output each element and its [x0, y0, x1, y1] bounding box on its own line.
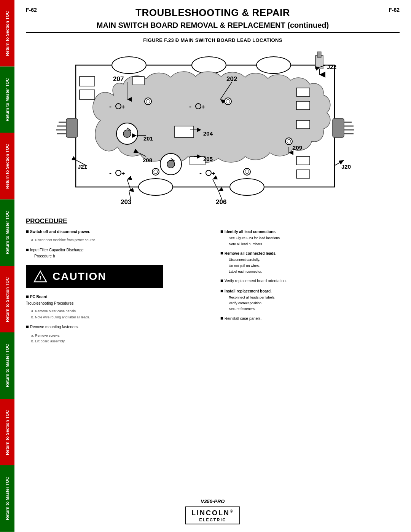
svg-text:-: - — [189, 103, 191, 110]
sidebar-tab-section-toc-1[interactable]: Return to Section TOC — [0, 0, 14, 67]
svg-text:-: - — [109, 103, 112, 110]
page-number-left: F-62 — [26, 7, 37, 13]
proc-step-4: ■ Remove mounting fasteners. — [26, 323, 205, 330]
caution-text: CAUTION — [53, 270, 107, 283]
sidebar-tab-master-toc-1[interactable]: Return to Master TOC — [0, 67, 14, 133]
sidebar-tab-master-toc-4[interactable]: Return to Master TOC — [0, 465, 14, 532]
procedure-title: PROCEDURE — [26, 217, 400, 225]
svg-point-26 — [226, 99, 230, 103]
sidebar-tab-section-toc-4[interactable]: Return to Section TOC — [0, 399, 14, 466]
section-title: MAIN SWITCH BOARD REMOVAL & REPLACEMENT … — [26, 21, 400, 33]
caution-box: ! CAUTION — [26, 265, 163, 288]
lincoln-name: LINCOLN® — [191, 509, 234, 517]
sidebar: Return to Section TOC Return to Master T… — [0, 0, 14, 532]
svg-point-19 — [167, 160, 175, 168]
lincoln-logo: LINCOLN® ELECTRIC — [185, 506, 240, 524]
label-j20: J20 — [341, 163, 351, 170]
svg-rect-12 — [80, 77, 95, 86]
svg-rect-13 — [80, 90, 95, 99]
lincoln-electric: ELECTRIC — [199, 518, 226, 522]
svg-text:-: - — [199, 169, 202, 177]
label-207: 207 — [113, 75, 124, 83]
sidebar-tab-master-toc-2[interactable]: Return to Master TOC — [0, 200, 14, 266]
svg-point-24 — [146, 99, 150, 103]
svg-rect-55 — [317, 52, 321, 58]
diagram-svg: - + - + — [45, 46, 380, 210]
sidebar-tab-section-toc-3[interactable]: Return to Section TOC — [0, 266, 14, 333]
svg-point-32 — [245, 170, 249, 174]
footer: V350-PRO LINCOLN® ELECTRIC — [14, 498, 411, 524]
page-number-right: F-62 — [389, 7, 400, 13]
label-204: 204 — [203, 130, 213, 137]
svg-point-2 — [192, 57, 226, 73]
svg-text:!: ! — [39, 275, 41, 281]
proc-step-2: ■ Input Filter Capacitor Discharge Proce… — [26, 246, 205, 259]
sidebar-tab-master-toc-3[interactable]: Return to Master TOC — [0, 332, 14, 399]
svg-text:+: + — [201, 104, 205, 110]
sidebar-tab-section-toc-2[interactable]: Return to Section TOC — [0, 133, 14, 200]
svg-rect-14 — [133, 77, 144, 85]
label-201: 201 — [143, 135, 153, 142]
label-j22: J22 — [327, 64, 336, 70]
svg-point-16 — [123, 130, 131, 137]
proc-right-step-1: ■ Identify all lead connections. See Fig… — [220, 228, 400, 247]
svg-point-30 — [154, 170, 158, 174]
label-209: 209 — [293, 144, 302, 151]
proc-step-3a: a. Remove outer case panels. — [26, 309, 205, 314]
proc-right-step-4: ■ Install replacement board. Reconnect a… — [220, 288, 400, 312]
label-206: 206 — [216, 198, 226, 206]
svg-text:+: + — [121, 170, 125, 177]
proc-step-3: ■ PC Board Troubleshooting Procedures — [26, 293, 205, 306]
main-title: TROUBLESHOOTING & REPAIR — [37, 7, 389, 19]
model-text: V350-PRO — [201, 498, 225, 504]
proc-step-1a: a. Disconnect machine from power source. — [26, 238, 205, 243]
svg-rect-21 — [175, 126, 194, 137]
label-203: 203 — [121, 198, 131, 206]
label-208: 208 — [143, 157, 152, 163]
procedure-section: PROCEDURE ■ Switch off and disconnect po… — [26, 217, 400, 345]
svg-point-4 — [139, 179, 173, 195]
caution-triangle-icon: ! — [33, 270, 47, 283]
svg-rect-40 — [296, 101, 310, 110]
label-202: 202 — [226, 75, 237, 83]
svg-point-3 — [256, 57, 291, 73]
proc-right-step-5: ■ Reinstall case panels. — [220, 315, 400, 322]
svg-rect-39 — [296, 88, 310, 96]
proc-right-step-2: ■ Remove all connected leads. Disconnect… — [220, 250, 400, 274]
svg-text:+: + — [212, 170, 215, 177]
diagram-container: - + - + — [45, 46, 380, 210]
svg-text:+: + — [121, 104, 125, 110]
svg-rect-49 — [333, 118, 344, 137]
svg-point-28 — [287, 139, 291, 143]
procedure-right: ■ Identify all lead connections. See Fig… — [220, 228, 400, 345]
proc-step-4b: b. Lift board assembly. — [26, 339, 205, 344]
procedure-left: ■ Switch off and disconnect power. a. Di… — [26, 228, 205, 345]
proc-step-3b: b. Note wire routing and label all leads… — [26, 315, 205, 320]
proc-step-4a: a. Remove screws. — [26, 334, 205, 338]
svg-rect-44 — [66, 118, 78, 137]
svg-rect-41 — [296, 120, 310, 129]
main-content: F-62 TROUBLESHOOTING & REPAIR F-62 MAIN … — [14, 0, 411, 532]
proc-step-1: ■ Switch off and disconnect power. — [26, 228, 205, 235]
svg-text:-: - — [109, 169, 112, 177]
page-header: F-62 TROUBLESHOOTING & REPAIR F-62 — [26, 7, 400, 19]
figure-caption: FIGURE F.23 Ð MAIN SWITCH BOARD LEAD LOC… — [26, 37, 400, 43]
label-j21: J21 — [78, 163, 87, 170]
label-205: 205 — [203, 156, 213, 162]
svg-point-5 — [230, 179, 264, 195]
svg-point-1 — [112, 57, 146, 73]
svg-rect-22 — [190, 157, 205, 165]
svg-rect-42 — [296, 157, 310, 165]
svg-rect-43 — [296, 170, 310, 178]
procedure-content: ■ Switch off and disconnect power. a. Di… — [26, 228, 400, 345]
proc-right-step-3: ■ Verify replacement board orientation. — [220, 277, 400, 284]
